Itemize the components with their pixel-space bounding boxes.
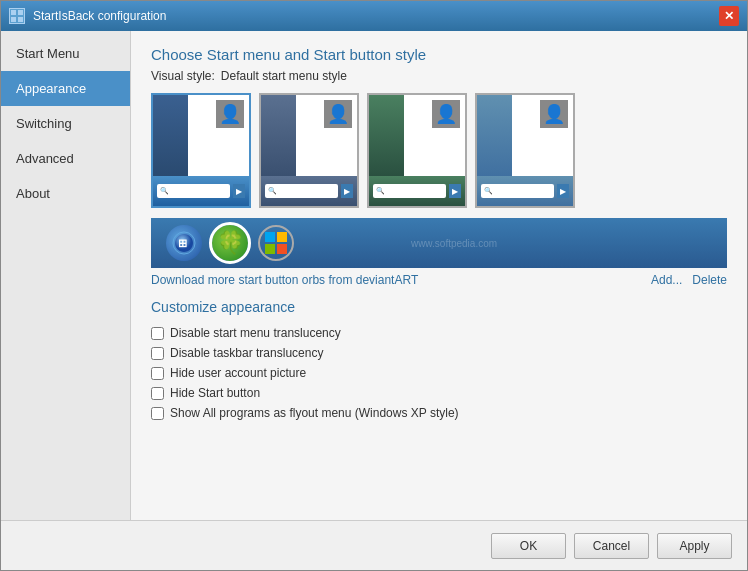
- section-title: Choose Start menu and Start button style: [151, 46, 727, 63]
- svg-rect-3: [18, 17, 23, 22]
- style-preview-1[interactable]: 👤 🔍 ▶: [151, 93, 251, 208]
- checkbox-hide-account: Hide user account picture: [151, 363, 727, 383]
- svg-rect-2: [11, 17, 16, 22]
- checkbox-hide-start-label[interactable]: Hide Start button: [170, 386, 260, 400]
- checkbox-disable-taskbar-input[interactable]: [151, 347, 164, 360]
- apply-button[interactable]: Apply: [657, 533, 732, 559]
- close-button[interactable]: ✕: [719, 6, 739, 26]
- bottom-bar: OK Cancel Apply: [1, 520, 747, 570]
- add-orb-button[interactable]: Add...: [651, 273, 682, 287]
- title-text: StartIsBack configuration: [33, 9, 166, 23]
- watermark: www.softpedia.com: [166, 238, 742, 249]
- download-orbs-link[interactable]: Download more start button orbs from dev…: [151, 273, 418, 287]
- sidebar-item-advanced[interactable]: Advanced: [1, 141, 130, 176]
- title-bar: StartIsBack configuration ✕: [1, 1, 747, 31]
- checkbox-disable-translucency-input[interactable]: [151, 327, 164, 340]
- svg-rect-1: [18, 10, 23, 15]
- sidebar-item-switching[interactable]: Switching: [1, 106, 130, 141]
- checkbox-hide-start: Hide Start button: [151, 383, 727, 403]
- sidebar-item-about[interactable]: About: [1, 176, 130, 211]
- title-bar-left: StartIsBack configuration: [9, 8, 166, 24]
- checkbox-disable-translucency-label[interactable]: Disable start menu translucency: [170, 326, 341, 340]
- style-preview-container: 👤 🔍 ▶ 👤: [151, 93, 727, 208]
- customize-title: Customize appearance: [151, 299, 727, 315]
- checkbox-disable-translucency: Disable start menu translucency: [151, 323, 727, 343]
- sidebar-item-start-menu[interactable]: Start Menu: [1, 36, 130, 71]
- checkbox-hide-account-input[interactable]: [151, 367, 164, 380]
- sidebar: Start Menu Appearance Switching Advanced…: [1, 31, 131, 520]
- orb-actions: Add... Delete: [651, 273, 727, 287]
- delete-orb-button[interactable]: Delete: [692, 273, 727, 287]
- cancel-button[interactable]: Cancel: [574, 533, 649, 559]
- svg-text:⊞: ⊞: [178, 237, 187, 249]
- content-area: Start Menu Appearance Switching Advanced…: [1, 31, 747, 520]
- visual-style-value: Default start menu style: [221, 69, 347, 83]
- visual-style-row: Visual style: Default start menu style: [151, 69, 727, 83]
- app-icon: [9, 8, 25, 24]
- main-content: Choose Start menu and Start button style…: [131, 31, 747, 520]
- style-preview-3[interactable]: 👤 🔍 ▶: [367, 93, 467, 208]
- checkbox-disable-taskbar-label[interactable]: Disable taskbar translucency: [170, 346, 323, 360]
- orb-windows-button[interactable]: ⊞: [166, 225, 202, 261]
- orb-win8-button[interactable]: [258, 225, 294, 261]
- checkbox-flyout-menu-label[interactable]: Show All programs as flyout menu (Window…: [170, 406, 459, 420]
- ok-button[interactable]: OK: [491, 533, 566, 559]
- visual-style-label: Visual style:: [151, 69, 215, 83]
- checkbox-disable-taskbar: Disable taskbar translucency: [151, 343, 727, 363]
- style-preview-2[interactable]: 👤 🔍 ▶: [259, 93, 359, 208]
- svg-rect-0: [11, 10, 16, 15]
- checkbox-flyout-menu: Show All programs as flyout menu (Window…: [151, 403, 727, 423]
- checkbox-hide-account-label[interactable]: Hide user account picture: [170, 366, 306, 380]
- main-window: StartIsBack configuration ✕ Start Menu A…: [0, 0, 748, 571]
- orb-clover-button[interactable]: 🍀: [212, 225, 248, 261]
- checkbox-flyout-menu-input[interactable]: [151, 407, 164, 420]
- orb-bar: www.softpedia.com ⊞: [151, 218, 727, 268]
- style-preview-4[interactable]: 👤 🔍 ▶: [475, 93, 575, 208]
- checkbox-hide-start-input[interactable]: [151, 387, 164, 400]
- sidebar-item-appearance[interactable]: Appearance: [1, 71, 130, 106]
